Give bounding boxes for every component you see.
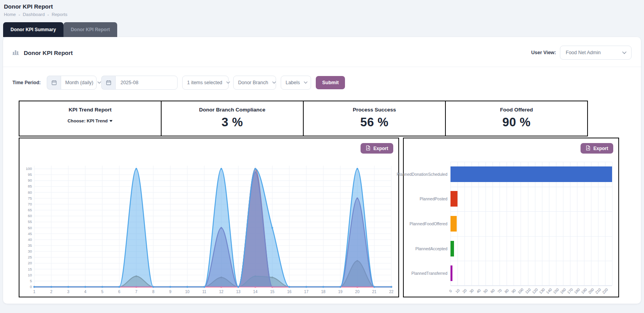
svg-text:12: 12: [219, 290, 224, 294]
gridline: [450, 286, 612, 286]
x-axis-tick-label: 0: [448, 289, 453, 294]
svg-text:55: 55: [28, 219, 32, 224]
x-axis-tick-label: 180: [573, 287, 581, 295]
kpi-trend-area-chart: 0510152025303540455055606570758085909510…: [19, 138, 398, 297]
svg-text:75: 75: [28, 196, 32, 200]
x-axis-tick-label: 220: [602, 287, 609, 295]
svg-text:65: 65: [28, 208, 32, 212]
submit-button[interactable]: Submit: [316, 76, 345, 89]
user-view-value: Food Net Admin: [560, 50, 605, 55]
svg-text:2: 2: [50, 290, 53, 294]
breadcrumb-dashboard[interactable]: Dashboard: [23, 12, 45, 17]
svg-text:60: 60: [28, 214, 32, 218]
svg-text:21: 21: [372, 290, 377, 294]
x-axis-tick-label: 10: [454, 288, 460, 294]
page: Donor KPI Report Home - Dashboard - Repo…: [0, 0, 644, 313]
gridline: [450, 261, 612, 261]
tab-donor-kpi-report[interactable]: Donor KPI Report: [63, 22, 118, 37]
svg-text:6: 6: [118, 290, 121, 294]
breadcrumb: Home - Dashboard - Reports: [4, 12, 638, 17]
svg-text:11: 11: [202, 290, 206, 294]
export-button[interactable]: Export: [581, 143, 613, 154]
gridline: [450, 211, 612, 212]
donor-branch-select[interactable]: Donor Branch: [233, 76, 276, 90]
bar-category-label: PlannedPosted: [404, 187, 447, 212]
page-title: Donor KPI Report: [4, 3, 638, 10]
svg-text:4: 4: [84, 290, 86, 294]
month-input[interactable]: 2025-08: [115, 76, 178, 90]
kpi-process-success-box: Process Success 56 %: [303, 101, 446, 136]
kpi-row: KPI Trend Report Choose: KPI Trend Donor…: [19, 101, 641, 136]
planned-kpi-bar-chart: PlannedDonationScheduledPlannedPostedPla…: [404, 138, 618, 297]
export-button[interactable]: Export: [361, 143, 393, 154]
bar-category-label: PlannedTransferred: [404, 261, 447, 286]
svg-text:85: 85: [28, 184, 32, 188]
kpi-trend-area-chart-panel: Export 051015202530354045505560657075808…: [19, 138, 399, 297]
svg-text:25: 25: [28, 255, 32, 259]
gridline: [450, 162, 612, 162]
kpi-trend-report-box: KPI Trend Report Choose: KPI Trend: [19, 101, 162, 136]
bar-planned-donation-scheduled: [450, 166, 612, 182]
breadcrumb-separator: -: [19, 12, 20, 17]
svg-text:5: 5: [101, 290, 104, 294]
svg-text:17: 17: [304, 290, 309, 294]
x-axis-tick-label: 20: [461, 288, 467, 294]
breadcrumb-home[interactable]: Home: [4, 12, 16, 17]
calendar-icon: [47, 76, 61, 90]
chevron-down-icon: [622, 51, 626, 54]
choose-kpi-trend-dropdown[interactable]: Choose: KPI Trend: [68, 118, 113, 123]
svg-text:13: 13: [236, 290, 241, 294]
svg-text:7: 7: [135, 290, 137, 294]
x-axis-tick-label: 210: [594, 287, 602, 295]
x-axis-tick-label: 90: [511, 288, 517, 294]
chevron-down-icon: [97, 81, 101, 84]
report-card: Donor KPI Report User View: Food Net Adm…: [3, 37, 641, 304]
breadcrumb-separator: -: [48, 12, 49, 17]
svg-text:18: 18: [321, 290, 326, 294]
user-view-select[interactable]: Food Net Admin: [560, 46, 632, 60]
kpi-title: Process Success: [304, 107, 445, 113]
x-axis-tick-label: 70: [497, 288, 503, 294]
x-axis-tick-label: 80: [504, 288, 510, 294]
x-axis-tick-label: 150: [552, 287, 560, 295]
kpi-food-offered-box: Food Offered 90 %: [445, 101, 588, 136]
card-title: Donor KPI Report: [24, 50, 73, 56]
items-selected-value: 1 items selected: [183, 80, 226, 85]
bar-category-label: PlannedAccepted: [404, 236, 447, 261]
x-axis-tick-label: 170: [566, 287, 574, 295]
export-label: Export: [593, 146, 608, 151]
tab-donor-kpi-summary[interactable]: Donor KPI Summary: [3, 22, 63, 37]
x-axis-tick-label: 190: [580, 287, 588, 295]
x-axis-tick-label: 60: [490, 288, 496, 294]
period-type-group: Month (daily): [47, 76, 97, 90]
items-selected-select[interactable]: 1 items selected: [182, 76, 229, 90]
calendar-icon: [101, 76, 115, 90]
svg-text:22: 22: [389, 290, 394, 294]
svg-text:80: 80: [28, 190, 32, 195]
svg-text:90: 90: [28, 178, 32, 182]
period-type-select[interactable]: Month (daily): [61, 76, 97, 90]
breadcrumb-reports[interactable]: Reports: [52, 12, 67, 17]
gridline: [450, 187, 612, 187]
svg-text:70: 70: [28, 202, 32, 206]
caret-down-icon: [109, 120, 113, 122]
time-period-label: Time Period:: [12, 80, 40, 85]
export-file-icon: [586, 145, 591, 152]
svg-text:40: 40: [28, 237, 32, 242]
x-axis-tick-label: 110: [524, 287, 531, 294]
x-axis-tick-label: 100: [517, 287, 524, 295]
bar-planned-posted: [450, 191, 457, 207]
x-axis-tick-label: 160: [559, 287, 567, 295]
period-value-group: 2025-08: [101, 76, 178, 90]
choose-kpi-trend-label: Choose: KPI Trend: [68, 118, 108, 123]
chevron-down-icon: [272, 81, 276, 84]
svg-text:0: 0: [30, 285, 32, 289]
svg-text:35: 35: [28, 243, 32, 248]
x-axis-tick-label: 40: [476, 288, 482, 294]
bar-planned-food-offered: [450, 216, 457, 232]
svg-text:15: 15: [28, 267, 32, 271]
x-axis-tick-label: 120: [531, 287, 538, 295]
svg-text:45: 45: [28, 232, 32, 236]
user-view-label: User View:: [531, 50, 556, 55]
labels-select[interactable]: Labels: [281, 76, 311, 90]
